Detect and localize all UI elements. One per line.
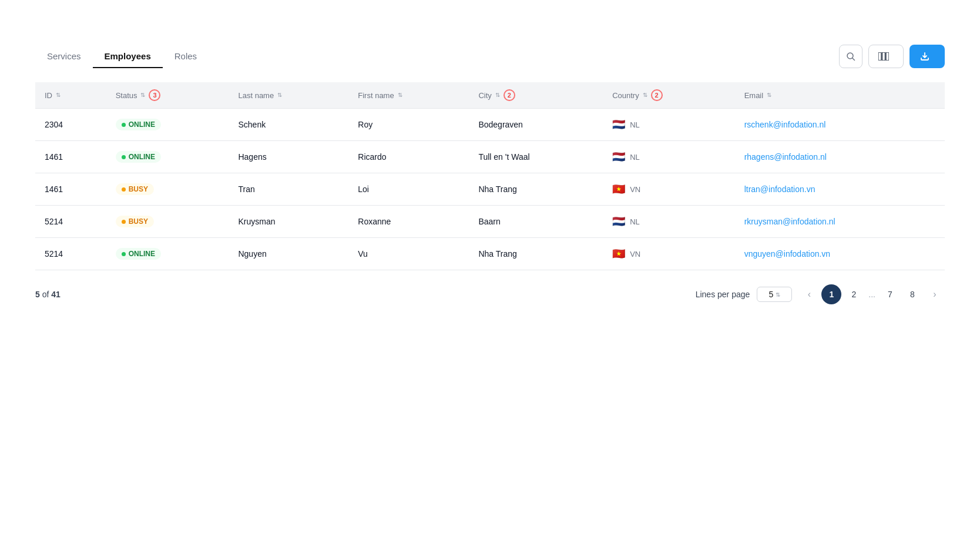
cell-lastname: Hagens: [229, 141, 348, 173]
cell-firstname: Roxanne: [348, 206, 469, 238]
next-page-button[interactable]: ›: [925, 284, 945, 304]
cell-city: Bodegraven: [469, 109, 603, 141]
cell-email: rhagens@infodation.nl: [735, 141, 945, 173]
country-code: VN: [630, 185, 640, 194]
email-link[interactable]: rschenk@infodation.nl: [744, 120, 826, 129]
page-button-2[interactable]: 2: [844, 284, 864, 304]
lines-per-page-label: Lines per page: [696, 290, 750, 299]
cell-lastname: Tran: [229, 173, 348, 206]
pagination-right: Lines per page 5 ⇅ ‹ 1 2 ... 7 8 ›: [696, 284, 945, 304]
export-icon: [920, 52, 929, 61]
status-badge: BUSY: [116, 216, 154, 227]
sort-icon-status: ⇅: [140, 92, 145, 98]
cell-firstname: Vu: [348, 238, 469, 270]
lines-per-page-select[interactable]: 5 ⇅: [757, 287, 792, 302]
country-code: VN: [630, 250, 640, 259]
table-header-row: ID ⇅ Status ⇅ 3 Last name ⇅: [35, 82, 945, 109]
tab-employees[interactable]: Employees: [93, 45, 163, 68]
sort-icon-lastname: ⇅: [277, 92, 282, 98]
flag-icon: 🇳🇱: [612, 150, 625, 163]
table-row: 2304 ONLINE Schenk Roy Bodegraven 🇳🇱 NL …: [35, 109, 945, 141]
cell-country: 🇳🇱 NL: [603, 141, 734, 173]
country-code: NL: [630, 217, 640, 226]
cell-country: 🇳🇱 NL: [603, 109, 734, 141]
col-header-status[interactable]: Status ⇅ 3: [106, 82, 229, 109]
table-row: 1461 BUSY Tran Loi Nha Trang 🇻🇳 VN ltran…: [35, 173, 945, 206]
cell-lastname: Nguyen: [229, 238, 348, 270]
country-code: NL: [630, 120, 640, 129]
status-badge: ONLINE: [116, 119, 161, 130]
cell-id: 1461: [35, 173, 106, 206]
email-link[interactable]: rkruysman@infodation.nl: [744, 217, 835, 226]
status-dot: [122, 123, 126, 127]
sort-icon-city: ⇅: [495, 92, 500, 98]
email-link[interactable]: ltran@infodation.vn: [744, 184, 815, 194]
country-filter-badge: 2: [651, 89, 663, 101]
toolbar-right: [839, 45, 945, 68]
cell-country: 🇻🇳 VN: [603, 238, 734, 270]
col-header-country[interactable]: Country ⇅ 2: [603, 82, 734, 109]
flag-icon: 🇻🇳: [612, 247, 625, 260]
prev-page-button[interactable]: ‹: [799, 284, 819, 304]
svg-rect-4: [886, 52, 889, 61]
tabs: Services Employees Roles: [35, 45, 209, 68]
cell-city: Tull en 't Waal: [469, 141, 603, 173]
tab-services[interactable]: Services: [35, 45, 93, 68]
status-dot: [122, 155, 126, 159]
cell-city: Baarn: [469, 206, 603, 238]
table-row: 1461 ONLINE Hagens Ricardo Tull en 't Wa…: [35, 141, 945, 173]
cell-status: BUSY: [106, 206, 229, 238]
cell-city: Nha Trang: [469, 173, 603, 206]
col-header-firstname[interactable]: First name ⇅: [348, 82, 469, 109]
status-badge: ONLINE: [116, 248, 161, 260]
cell-status: ONLINE: [106, 141, 229, 173]
cell-status: ONLINE: [106, 238, 229, 270]
sort-icon-country: ⇅: [643, 92, 647, 98]
table-toolbar: Services Employees Roles: [35, 45, 945, 68]
status-filter-badge: 3: [149, 89, 160, 101]
table-row: 5214 ONLINE Nguyen Vu Nha Trang 🇻🇳 VN vn…: [35, 238, 945, 270]
flag-icon: 🇻🇳: [612, 183, 625, 196]
cell-country: 🇻🇳 VN: [603, 173, 734, 206]
svg-rect-2: [878, 52, 881, 61]
cell-id: 1461: [35, 141, 106, 173]
cell-lastname: Schenk: [229, 109, 348, 141]
page-button-1[interactable]: 1: [821, 284, 841, 304]
sort-icon-email: ⇅: [767, 92, 771, 98]
col-header-city[interactable]: City ⇅ 2: [469, 82, 603, 109]
status-label: ONLINE: [129, 250, 155, 258]
status-label: BUSY: [129, 217, 148, 226]
page-button-8[interactable]: 8: [902, 284, 922, 304]
city-filter-badge: 2: [504, 89, 515, 101]
email-link[interactable]: vnguyen@infodation.vn: [744, 249, 831, 259]
col-header-email[interactable]: Email ⇅: [735, 82, 945, 109]
columns-button[interactable]: [868, 45, 904, 68]
cell-email: rkruysman@infodation.nl: [735, 206, 945, 238]
columns-icon: [878, 52, 889, 61]
cell-email: ltran@infodation.vn: [735, 173, 945, 206]
col-header-id[interactable]: ID ⇅: [35, 82, 106, 109]
page-button-7[interactable]: 7: [880, 284, 900, 304]
cell-country: 🇳🇱 NL: [603, 206, 734, 238]
cell-id: 5214: [35, 238, 106, 270]
export-button[interactable]: [909, 45, 945, 68]
status-label: BUSY: [129, 185, 148, 193]
cell-firstname: Ricardo: [348, 141, 469, 173]
cell-id: 2304: [35, 109, 106, 141]
cell-status: ONLINE: [106, 109, 229, 141]
status-badge: BUSY: [116, 183, 154, 195]
cell-email: vnguyen@infodation.vn: [735, 238, 945, 270]
status-dot: [122, 187, 126, 192]
cell-firstname: Loi: [348, 173, 469, 206]
flag-icon: 🇳🇱: [612, 215, 625, 228]
data-table: ID ⇅ Status ⇅ 3 Last name ⇅: [35, 82, 945, 270]
status-dot: [122, 220, 126, 224]
email-link[interactable]: rhagens@infodation.nl: [744, 152, 827, 162]
search-button[interactable]: [839, 45, 862, 68]
tab-roles[interactable]: Roles: [163, 45, 209, 68]
col-header-lastname[interactable]: Last name ⇅: [229, 82, 348, 109]
table-row: 5214 BUSY Kruysman Roxanne Baarn 🇳🇱 NL r…: [35, 206, 945, 238]
status-label: ONLINE: [129, 153, 155, 161]
search-icon: [846, 52, 855, 61]
cell-lastname: Kruysman: [229, 206, 348, 238]
